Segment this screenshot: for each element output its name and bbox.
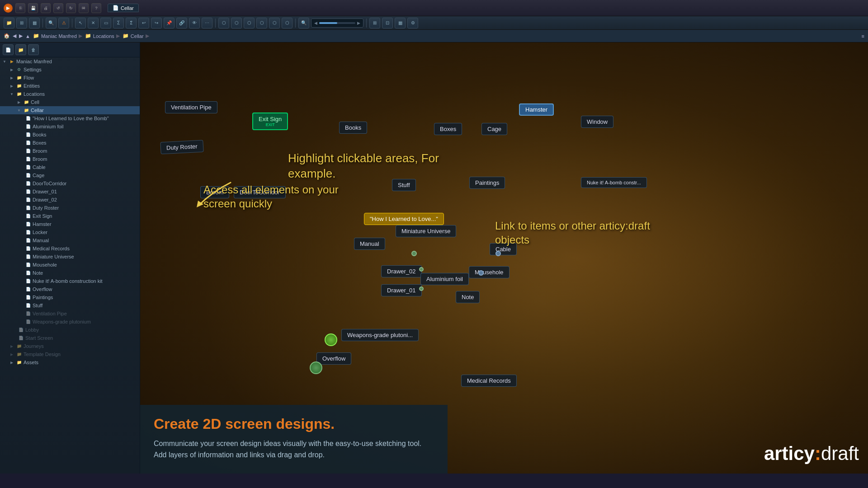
- tb-btn-3[interactable]: 🖨: [41, 3, 51, 13]
- tree-cell[interactable]: ▶ 📁 Cell: [0, 98, 140, 106]
- tree-weapons[interactable]: 📄 Weapons-grade plutonium: [0, 318, 140, 326]
- label-ventilation-pipe[interactable]: Ventilation Pipe: [165, 101, 217, 113]
- tree-duty-roster[interactable]: 📄 Duty Roster: [0, 204, 140, 212]
- label-window[interactable]: Window: [581, 116, 613, 128]
- menu-cursor[interactable]: ↖: [75, 18, 86, 28]
- label-paintings[interactable]: Paintings: [469, 177, 505, 189]
- menu-zoom[interactable]: 🔍: [46, 18, 57, 28]
- menu-grid[interactable]: ⊞: [16, 18, 27, 28]
- tree-broom1[interactable]: 📄 Broom: [0, 147, 140, 155]
- label-how-i-learned[interactable]: "How I Learned to Love...": [364, 213, 444, 225]
- tree-lobby[interactable]: 📄 Lobby: [0, 326, 140, 334]
- menu-b1[interactable]: ⬡: [218, 18, 229, 28]
- nav-home-icon[interactable]: 🏠: [4, 33, 10, 39]
- label-overflow[interactable]: Overflow: [316, 352, 351, 365]
- tree-medical[interactable]: 📄 Medical Records: [0, 244, 140, 253]
- menu-grid5[interactable]: ▦: [395, 18, 406, 28]
- tree-nuke[interactable]: 📄 Nuke it! A-bomb construction kit: [0, 277, 140, 285]
- sidebar-folder[interactable]: 📁: [15, 44, 26, 55]
- tree-drawer02[interactable]: 📄 Drawer_02: [0, 196, 140, 204]
- menu-grid3[interactable]: ⊞: [369, 18, 380, 28]
- menu-in[interactable]: ↩: [138, 18, 149, 28]
- menu-link[interactable]: 🔗: [176, 18, 187, 28]
- menu-b6[interactable]: ⬡: [282, 18, 292, 28]
- tree-aluminium[interactable]: 📄 Aluminium foil: [0, 122, 140, 131]
- tree-books[interactable]: 📄 Books: [0, 131, 140, 139]
- menu-warning[interactable]: ⚠: [58, 18, 69, 28]
- tree-manual[interactable]: 📄 Manual: [0, 236, 140, 244]
- tree-door[interactable]: 📄 DoorToCorridor: [0, 179, 140, 188]
- label-medical-records[interactable]: Medical Records: [461, 375, 517, 387]
- label-drawer02[interactable]: Drawer_02: [381, 265, 422, 277]
- tree-locker[interactable]: 📄 Locker: [0, 228, 140, 236]
- tree-miniature[interactable]: 📄 Miniature Universe: [0, 253, 140, 261]
- tree-drawer01[interactable]: 📄 Drawer_01: [0, 188, 140, 196]
- menu-sum2[interactable]: Σ̈: [126, 18, 137, 28]
- menu-b4[interactable]: ⬡: [256, 18, 267, 28]
- label-duty-roster[interactable]: Duty Roster: [160, 140, 203, 155]
- nav-cellar[interactable]: 📁 Cellar ▶: [123, 33, 149, 39]
- nav-locations[interactable]: 📁 Locations ▶: [85, 33, 120, 39]
- tree-flow[interactable]: ▶ 📁 Flow: [0, 74, 140, 82]
- tree-note[interactable]: 📄 Note: [0, 269, 140, 277]
- label-cage[interactable]: Cage: [481, 123, 507, 135]
- nav-prev[interactable]: ◀: [13, 33, 16, 39]
- tree-how-i-learned[interactable]: 📄 "How I Learned to Love the Bomb": [0, 114, 140, 122]
- nav-next[interactable]: ▶: [19, 33, 23, 39]
- tree-template[interactable]: ▶ 📁 Template Design: [0, 350, 140, 358]
- tree-exit-sign[interactable]: 📄 Exit Sign: [0, 212, 140, 220]
- menu-settings[interactable]: ⚙: [407, 18, 418, 28]
- menu-grid4[interactable]: ⊡: [382, 18, 393, 28]
- tree-broom2[interactable]: 📄 Broom: [0, 155, 140, 163]
- menu-b2[interactable]: ⬡: [231, 18, 242, 28]
- menu-rect[interactable]: ▭: [100, 18, 111, 28]
- label-drawer01[interactable]: Drawer_01: [381, 284, 422, 296]
- label-cable[interactable]: Cable: [490, 243, 517, 255]
- label-mousehole[interactable]: Mousehole: [469, 266, 509, 278]
- menu-file[interactable]: 📁: [4, 18, 14, 28]
- tree-locations[interactable]: ▼ 📁 Locations: [0, 90, 140, 98]
- menu-grid2[interactable]: ▦: [29, 18, 40, 28]
- menu-eye[interactable]: 👁: [189, 18, 200, 28]
- menu-pin[interactable]: 📌: [164, 18, 175, 28]
- menu-sum[interactable]: Σ: [113, 18, 124, 28]
- menu-out[interactable]: ↪: [151, 18, 162, 28]
- tb-btn-5[interactable]: ↻: [66, 3, 76, 13]
- tree-mousehole[interactable]: 📄 Mousehole: [0, 261, 140, 269]
- label-exit-sign[interactable]: Exit Sign EXIT: [252, 113, 288, 130]
- label-miniature-universe[interactable]: Miniature Universe: [396, 225, 456, 237]
- label-hamster[interactable]: Hamster: [519, 103, 554, 116]
- tree-settings[interactable]: ▶ ⚙ Settings: [0, 66, 140, 74]
- zoom-slider[interactable]: ◀ ▶: [311, 19, 363, 28]
- tb-btn-6[interactable]: ✉: [79, 3, 89, 13]
- label-weapons[interactable]: Weapons-grade plutoni...: [341, 329, 419, 341]
- label-aluminium-foil[interactable]: Aluminium foil: [420, 273, 469, 285]
- tb-btn-4[interactable]: ↺: [53, 3, 63, 13]
- label-books[interactable]: Books: [339, 122, 367, 134]
- tree-boxes[interactable]: 📄 Boxes: [0, 139, 140, 147]
- tb-btn-2[interactable]: 💾: [28, 3, 38, 13]
- tree-root[interactable]: ▼ ▶ Maniac Manfred: [0, 57, 140, 66]
- label-boxes[interactable]: Boxes: [434, 123, 462, 135]
- tree-journeys[interactable]: ▶ 📁 Journeys: [0, 342, 140, 350]
- menu-more[interactable]: ⋯: [202, 18, 212, 28]
- tb-btn-1[interactable]: ⎘: [15, 3, 25, 13]
- tree-assets[interactable]: ▶ 📁 Assets: [0, 358, 140, 366]
- canvas-area[interactable]: Ventilation Pipe Exit Sign EXIT Duty Ros…: [140, 42, 868, 474]
- label-stuff[interactable]: Stuff: [392, 179, 416, 191]
- nav-up[interactable]: ▲: [25, 33, 30, 39]
- sidebar-delete[interactable]: 🗑: [28, 44, 39, 55]
- label-nuke-it[interactable]: Nuke it! A-bomb constr...: [581, 177, 647, 188]
- tree-stuff[interactable]: 📄 Stuff: [0, 301, 140, 310]
- tree-cage[interactable]: 📄 Cage: [0, 171, 140, 179]
- tree-entities[interactable]: ▶ 📁 Entities: [0, 82, 140, 90]
- tree-hamster[interactable]: 📄 Hamster: [0, 220, 140, 228]
- label-note[interactable]: Note: [456, 291, 480, 303]
- menu-b5[interactable]: ⬡: [269, 18, 280, 28]
- tree-vent-pipe[interactable]: 📄 Ventilation Pipe: [0, 310, 140, 318]
- tree-paintings[interactable]: 📄 Paintings: [0, 293, 140, 301]
- tb-btn-7[interactable]: ?: [91, 3, 101, 13]
- label-door-to-corridor[interactable]: DoorToCorridor: [234, 186, 286, 198]
- nav-maniac[interactable]: 📁 Maniac Manfred ▶: [33, 33, 82, 39]
- sidebar-new[interactable]: 📄: [3, 44, 14, 55]
